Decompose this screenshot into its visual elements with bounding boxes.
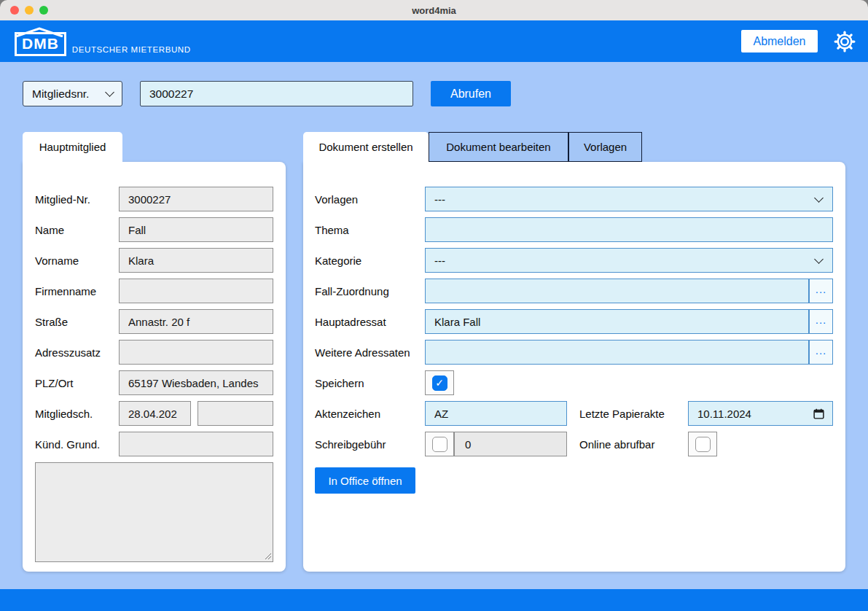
calendar-icon[interactable] — [813, 408, 825, 420]
search-type-select[interactable]: Mitgliedsnr. — [23, 81, 122, 106]
window-title: word4mia — [412, 5, 456, 16]
speichern-checkbox[interactable]: ✓ — [425, 370, 454, 395]
chevron-down-icon — [814, 193, 824, 203]
schreibgebuehr-amount-input[interactable] — [454, 432, 567, 456]
mitgliedschaft-von-field[interactable] — [119, 401, 191, 426]
kategorie-select-value: --- — [434, 254, 445, 267]
checkmark-icon: ✓ — [435, 378, 444, 388]
letzte-papierakte-label: Letzte Papierakte — [579, 408, 688, 420]
plz-ort-field[interactable] — [119, 370, 273, 395]
online-abrufbar-checkbox[interactable]: ✓ — [688, 432, 717, 456]
field-label: Hauptadressat — [315, 316, 425, 328]
field-label: Schreibgebühr — [315, 438, 425, 451]
adresszusatz-field[interactable] — [119, 340, 273, 365]
logo-box: DMB — [15, 32, 66, 56]
strasse-field[interactable] — [119, 309, 273, 334]
titlebar: word4mia — [0, 0, 868, 20]
row-weitere-adressaten: Weitere Adressaten ... — [315, 340, 833, 365]
kategorie-select[interactable]: --- — [425, 248, 833, 273]
name-field[interactable] — [119, 217, 273, 242]
dmb-logo: DMB DEUTSCHER MIETERBUND — [15, 26, 191, 56]
field-label: Thema — [315, 224, 425, 236]
app-header: DMB DEUTSCHER MIETERBUND Abmelden — [0, 20, 868, 62]
tab-vorlagen[interactable]: Vorlagen — [568, 132, 642, 162]
field-label: Straße — [35, 316, 119, 328]
mitgliedschaft-bis-field[interactable] — [198, 401, 273, 426]
fall-zuordnung-input[interactable] — [425, 279, 809, 303]
gear-icon[interactable] — [834, 31, 856, 52]
mitglied-nr-field[interactable] — [119, 187, 273, 211]
logo-roof-icon — [15, 27, 64, 37]
zoom-window-button[interactable] — [39, 6, 48, 15]
field-label: Vorlagen — [315, 193, 425, 206]
field-label: Mitglied-Nr. — [35, 193, 119, 206]
field-label: Mitgliedsch. — [35, 408, 119, 420]
tab-dokument-bearbeiten[interactable]: Dokument bearbeiten — [429, 132, 568, 162]
minimize-window-button[interactable] — [25, 6, 34, 15]
document-tabs: Dokument erstellen Dokument bearbeiten V… — [303, 132, 845, 162]
search-row: Mitgliedsnr. Abrufen — [23, 81, 845, 106]
fall-zuordnung-browse-button[interactable]: ... — [809, 279, 833, 303]
field-label: Name — [35, 224, 119, 236]
hauptadressat-browse-button[interactable]: ... — [809, 309, 833, 334]
member-row-vorname: Vorname — [35, 248, 286, 273]
logo-acronym: DMB — [22, 35, 59, 52]
weitere-adressaten-browse-button[interactable]: ... — [809, 340, 833, 365]
logout-button[interactable]: Abmelden — [741, 30, 818, 52]
field-label: Kategorie — [315, 254, 425, 267]
vorlagen-select[interactable]: --- — [425, 187, 833, 211]
field-label: Firmenname — [35, 285, 119, 297]
member-row-kuend-grund: Künd. Grund. — [35, 432, 286, 456]
search-input[interactable] — [140, 81, 413, 106]
row-vorlagen: Vorlagen --- — [315, 187, 833, 211]
search-type-value: Mitgliedsnr. — [32, 87, 89, 101]
logo-name: DEUTSCHER MIETERBUND — [72, 45, 191, 56]
field-label: Adresszusatz — [35, 346, 119, 359]
row-kategorie: Kategorie --- — [315, 248, 833, 273]
field-label: Fall-Zuordnung — [315, 285, 425, 297]
row-speichern: Speichern ✓ — [315, 370, 833, 395]
member-row-adresszusatz: Adresszusatz — [35, 340, 286, 365]
window-controls — [10, 6, 48, 15]
member-row-strasse: Straße — [35, 309, 286, 334]
member-panel: Mitglied-Nr. Name Vorname Firmenname — [23, 162, 286, 572]
row-thema: Thema — [315, 217, 833, 242]
member-row-firmenname: Firmenname — [35, 279, 286, 303]
field-label: PLZ/Ort — [35, 377, 119, 389]
online-abrufbar-label: Online abrufbar — [579, 438, 688, 451]
main-area: Mitgliedsnr. Abrufen Hauptmitglied Mitgl… — [0, 62, 868, 589]
row-aktenzeichen: Aktenzeichen Letzte Papierakte 10.11.202… — [315, 401, 833, 426]
hauptadressat-input[interactable] — [425, 309, 809, 334]
vorlagen-select-value: --- — [434, 193, 445, 206]
weitere-adressaten-input[interactable] — [425, 340, 809, 365]
member-row-name: Name — [35, 217, 286, 242]
field-label: Speichern — [315, 377, 425, 389]
open-in-office-button[interactable]: In Office öffnen — [315, 467, 415, 494]
schreibgebuehr-checkbox[interactable]: ✓ — [425, 432, 454, 456]
row-schreibgebuehr: Schreibgebühr ✓ Online abrufbar ✓ — [315, 432, 833, 456]
chevron-down-icon — [814, 254, 824, 264]
member-row-plz-ort: PLZ/Ort — [35, 370, 286, 395]
vorname-field[interactable] — [119, 248, 273, 273]
fetch-button[interactable]: Abrufen — [431, 81, 511, 106]
app-window: word4mia DMB DEUTSCHER MIETERBUND Abmeld… — [0, 0, 868, 611]
aktenzeichen-input[interactable] — [425, 401, 567, 426]
kuend-grund-field[interactable] — [119, 432, 273, 456]
member-tabs: Hauptmitglied — [23, 132, 286, 162]
row-fall-zuordnung: Fall-Zuordnung ... — [315, 279, 833, 303]
tab-dokument-erstellen[interactable]: Dokument erstellen — [303, 132, 429, 162]
thema-input[interactable] — [425, 217, 833, 242]
close-window-button[interactable] — [10, 6, 19, 15]
date-value: 10.11.2024 — [697, 408, 813, 420]
letzte-papierakte-date-input[interactable]: 10.11.2024 — [688, 401, 833, 426]
firmenname-field[interactable] — [119, 279, 273, 303]
notes-textarea[interactable] — [35, 462, 273, 562]
row-hauptadressat: Hauptadressat ... — [315, 309, 833, 334]
chevron-down-icon — [105, 87, 114, 97]
footer-bar — [0, 589, 868, 611]
field-label: Vorname — [35, 254, 119, 267]
tab-hauptmitglied[interactable]: Hauptmitglied — [23, 132, 122, 162]
member-row-mitgliedschaft: Mitgliedsch. — [35, 401, 286, 426]
member-row-mitglied-nr: Mitglied-Nr. — [35, 187, 286, 211]
field-label: Weitere Adressaten — [315, 346, 425, 359]
